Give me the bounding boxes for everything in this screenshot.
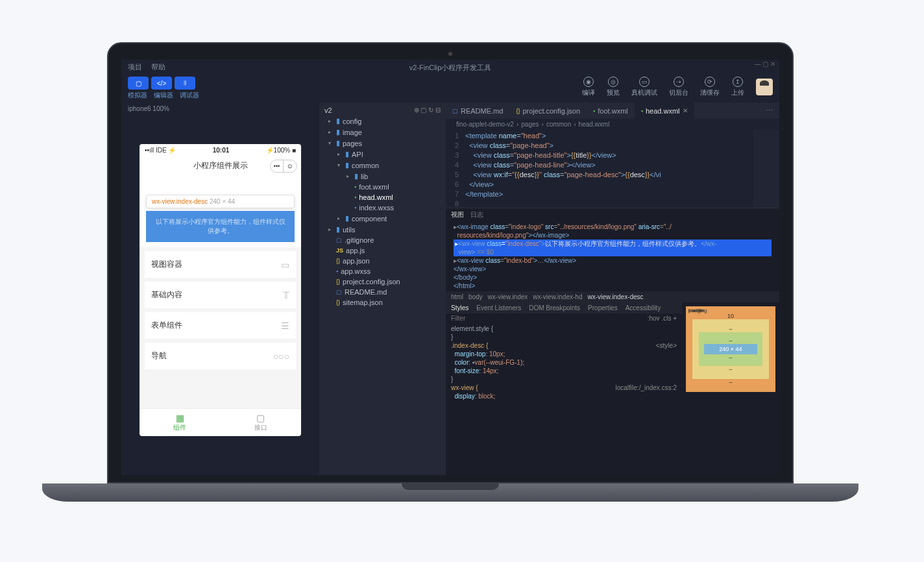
- close-icon[interactable]: ✕: [683, 107, 688, 114]
- devtools-panel: 视图 日志 ▸<wx-image class="index-logo" src=…: [446, 208, 779, 475]
- folder[interactable]: ▸▮utils: [319, 224, 446, 235]
- more-icon[interactable]: •••: [271, 160, 284, 172]
- tab-simulator-icon[interactable]: ▢: [128, 77, 149, 90]
- project-root[interactable]: v2: [324, 106, 332, 114]
- window-controls[interactable]: — ▢ ✕: [754, 60, 775, 67]
- breadcrumb[interactable]: fino-applet-demo-v2›pages›common›head.wx…: [446, 119, 779, 130]
- tab-editor-icon[interactable]: </>: [151, 77, 172, 90]
- file[interactable]: {}sitemap.json: [319, 297, 446, 308]
- app-header: 小程序组件展示 •••⊙: [140, 156, 301, 175]
- tree-actions[interactable]: ⊕ ▢ ↻ ⊟: [414, 106, 441, 114]
- tab-editor[interactable]: 编辑器: [154, 91, 173, 100]
- folder[interactable]: ▸▮API: [319, 149, 446, 160]
- file[interactable]: ▪foot.wxml: [319, 182, 446, 192]
- folder[interactable]: ▾▮common: [319, 160, 446, 171]
- background-button[interactable]: ⇢切后台: [669, 77, 688, 97]
- accessibility-tab[interactable]: Accessibility: [626, 304, 661, 312]
- ide-window: 项目 帮助 v2-FinClip小程序开发工具 — ▢ ✕ ▢ </> ⫴ 模拟…: [121, 60, 779, 475]
- list-item[interactable]: 表单组件☰: [145, 312, 296, 339]
- dom-path[interactable]: htmlbody wx-view.indexwx-view.index-hd w…: [446, 291, 779, 302]
- box-model: margin10 border– padding– 240 × 44 – – –: [682, 302, 779, 475]
- devtab-view[interactable]: 视图: [451, 210, 464, 219]
- dom-tree[interactable]: ▸<wx-image class="index-logo" src="../re…: [446, 221, 779, 291]
- tabs-overflow[interactable]: ⋯: [759, 103, 779, 119]
- tab-component[interactable]: ▦组件: [140, 409, 221, 436]
- file-explorer: v2 ⊕ ▢ ↻ ⊟ ▸▮config ▸▮image ▾▮pages ▸▮AP…: [319, 103, 446, 475]
- devtools-tabs: 视图 日志: [446, 208, 779, 221]
- folder[interactable]: ▸▮lib: [319, 171, 446, 182]
- clear-cache-button[interactable]: ⟳清缓存: [700, 77, 720, 97]
- nav-icon: ○○○: [273, 351, 289, 361]
- file[interactable]: ▪index.wxss: [319, 202, 446, 213]
- grid-icon: ▦: [143, 413, 217, 423]
- editor-tabs: ▢README.md {}project.config.json ▪foot.w…: [446, 103, 779, 119]
- bezel: 项目 帮助 v2-FinClip小程序开发工具 — ▢ ✕ ▢ </> ⫴ 模拟…: [107, 42, 794, 483]
- toolbar: ▢ </> ⫴ 模拟器 编辑器 调试器 ◉编译 ◎预览 ▭真机调试 ⇢切后台: [121, 73, 779, 103]
- avatar[interactable]: [756, 79, 773, 95]
- tab-head[interactable]: ▪head.wxml✕: [635, 103, 694, 119]
- inspect-tooltip: wx-view.index-desc 240 × 44: [146, 195, 295, 208]
- styles-filter[interactable]: [451, 315, 648, 322]
- compile-button[interactable]: ◉编译: [582, 77, 595, 97]
- view-icon: ▭: [281, 260, 289, 270]
- app-title: 小程序组件展示: [193, 160, 248, 171]
- folder[interactable]: ▾▮pages: [319, 138, 446, 149]
- highlighted-element[interactable]: 以下将展示小程序官方组件能力，组件样式仅供参考。: [146, 211, 295, 242]
- code-editor[interactable]: 1<template name="head"> 2 <view class="p…: [446, 130, 779, 208]
- tab-debugger[interactable]: 调试器: [180, 91, 199, 100]
- tab-debugger-icon[interactable]: ⫴: [175, 77, 195, 90]
- api-icon: ▢: [225, 413, 298, 423]
- list-item[interactable]: 导航○○○: [145, 343, 296, 369]
- css-rules[interactable]: element.style { } .index-desc {<style> m…: [446, 323, 682, 402]
- properties-tab[interactable]: Properties: [588, 304, 618, 312]
- tab-readme[interactable]: ▢README.md: [446, 103, 509, 119]
- upload-button[interactable]: ↥上传: [731, 77, 744, 97]
- folder[interactable]: ▸▮image: [319, 127, 446, 138]
- file[interactable]: {}project.config.json: [319, 276, 446, 287]
- styles-panel: Styles Event Listeners DOM Breakpoints P…: [446, 302, 682, 475]
- tab-pcj[interactable]: {}project.config.json: [509, 103, 587, 119]
- phone-preview: ••ıll IDE ⚡ 10:01 ⚡100% ■ 小程序组件展示 •••⊙ w…: [140, 144, 301, 436]
- close-icon[interactable]: ⊙: [284, 160, 297, 172]
- tab-foot[interactable]: ▪foot.wxml: [587, 103, 635, 119]
- tab-simulator[interactable]: 模拟器: [128, 91, 147, 100]
- folder[interactable]: ▸▮component: [319, 213, 446, 224]
- remote-debug-button[interactable]: ▭真机调试: [631, 77, 657, 97]
- styles-tab[interactable]: Styles: [451, 304, 468, 312]
- clock: 10:01: [213, 147, 230, 154]
- signal: ••ıll IDE ⚡: [145, 147, 176, 154]
- file[interactable]: ▢.gitignore: [319, 235, 446, 245]
- component-list: 视图容器▭ 基础内容𝕋 表单组件☰ 导航○○○: [140, 247, 301, 408]
- simulator-panel: iphone6 100% ••ıll IDE ⚡ 10:01 ⚡100% ■ 小…: [121, 103, 319, 475]
- status-bar: ••ıll IDE ⚡ 10:01 ⚡100% ■: [140, 144, 301, 156]
- preview-button[interactable]: ◎预览: [607, 77, 620, 97]
- laptop-frame: 项目 帮助 v2-FinClip小程序开发工具 — ▢ ✕ ▢ </> ⫴ 模拟…: [107, 42, 794, 509]
- camera-dot: [448, 52, 452, 56]
- window-title: v2-FinClip小程序开发工具: [121, 63, 779, 73]
- file[interactable]: ▪app.wxss: [319, 266, 446, 276]
- dom-breakpoints-tab[interactable]: DOM Breakpoints: [529, 304, 580, 312]
- battery: ⚡100% ■: [266, 147, 296, 154]
- laptop-base: [42, 483, 858, 502]
- add-rule-icon[interactable]: +: [673, 315, 677, 322]
- form-icon: ☰: [281, 321, 289, 331]
- file[interactable]: ▢README.md: [319, 287, 446, 297]
- file-active[interactable]: ▪head.wxml: [319, 192, 446, 202]
- list-item[interactable]: 基础内容𝕋: [145, 282, 296, 308]
- editor-panel: ▢README.md {}project.config.json ▪foot.w…: [446, 103, 779, 475]
- tab-bar: ▦组件 ▢接口: [140, 408, 301, 436]
- event-listeners-tab[interactable]: Event Listeners: [476, 304, 521, 312]
- hov-button[interactable]: :hov: [648, 315, 660, 322]
- list-item[interactable]: 视图容器▭: [145, 251, 296, 278]
- devtab-log[interactable]: 日志: [470, 210, 483, 219]
- capsule[interactable]: •••⊙: [270, 160, 297, 173]
- folder[interactable]: ▸▮config: [319, 116, 446, 127]
- device-label: iphone6 100%: [121, 103, 319, 115]
- file[interactable]: JSapp.js: [319, 245, 446, 256]
- text-icon: 𝕋: [283, 290, 289, 300]
- file[interactable]: {}app.json: [319, 256, 446, 266]
- tab-api[interactable]: ▢接口: [221, 409, 302, 436]
- cls-button[interactable]: .cls: [661, 315, 671, 322]
- minimap[interactable]: [753, 130, 779, 208]
